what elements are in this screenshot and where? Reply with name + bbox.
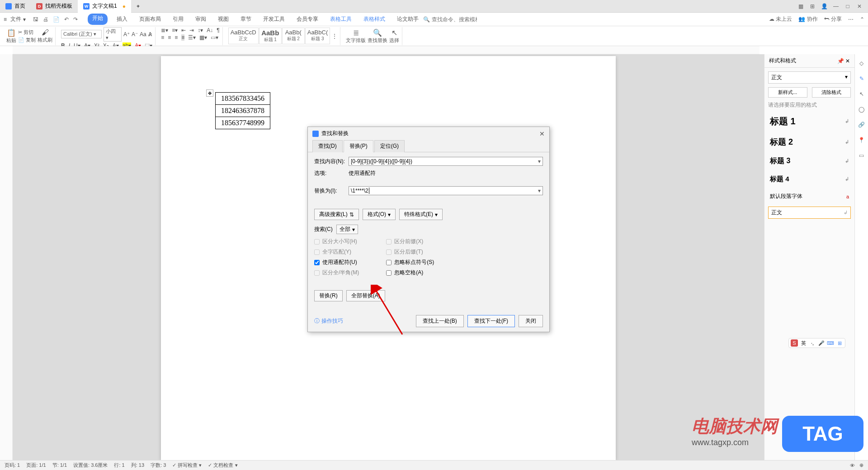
style-h2-entry[interactable]: 标题 2↲ bbox=[768, 134, 851, 150]
style-gallery[interactable]: AaBbCcD正文 AaBb标题 1 AaBb(标题 2 AaBbC(标题 3 bbox=[228, 28, 330, 44]
ime-grid-icon[interactable]: ⊞ bbox=[836, 339, 843, 347]
check-wildcard[interactable]: 使用通配符(U) bbox=[314, 258, 359, 266]
text-layout-button[interactable]: ≣文字排版 bbox=[346, 28, 366, 44]
pin-icon[interactable]: 📌 bbox=[837, 58, 844, 64]
expand-icon[interactable]: ⌃ bbox=[860, 16, 864, 23]
numbering-icon[interactable]: ≡▾ bbox=[172, 27, 178, 33]
menutab-tablestyle[interactable]: 表格样式 bbox=[361, 14, 388, 25]
status-wordcount[interactable]: 字数: 3 bbox=[151, 462, 166, 469]
tips-link[interactable]: ⓘ操作技巧 bbox=[314, 317, 343, 325]
find-replace-button[interactable]: 🔍查找替换 bbox=[368, 28, 387, 44]
ime-punct-icon[interactable]: ·, bbox=[809, 339, 816, 347]
format-painter-button[interactable]: 🖌格式刷 bbox=[38, 28, 52, 43]
style-h1[interactable]: AaBb标题 1 bbox=[259, 28, 282, 44]
menutab-tabletools[interactable]: 表格工具 bbox=[327, 14, 354, 25]
cut-button[interactable]: ✂ 剪切 bbox=[18, 29, 36, 36]
max-icon[interactable]: □ bbox=[844, 3, 851, 9]
clear-format-icon[interactable]: A̷ bbox=[148, 31, 152, 38]
bullets-icon[interactable]: ≣▾ bbox=[161, 27, 168, 33]
tab-home[interactable]: 首页 bbox=[0, 0, 31, 13]
indent-dec-icon[interactable]: ⇤ bbox=[181, 27, 186, 33]
style-h3-entry[interactable]: 标题 3↲ bbox=[768, 154, 851, 169]
check-ignore-punct[interactable]: 忽略标点符号(S) bbox=[386, 258, 434, 266]
ime-bar[interactable]: S 英 ·, 🎤 ⌨ ⊞ bbox=[788, 338, 845, 348]
shrink-font-icon[interactable]: A⁻ bbox=[132, 31, 138, 38]
tool-ai[interactable]: ◇ bbox=[857, 59, 866, 68]
style-default-font-entry[interactable]: 默认段落字体a bbox=[768, 190, 851, 203]
status-section[interactable]: 节: 1/1 bbox=[52, 462, 67, 469]
align-right-icon[interactable]: ≡ bbox=[175, 34, 178, 41]
dialog-tab-find[interactable]: 查找(D) bbox=[312, 140, 343, 152]
current-style-combo[interactable]: 正文▾ bbox=[768, 71, 851, 84]
ruler-horizontal[interactable] bbox=[13, 46, 760, 54]
status-line[interactable]: 行: 1 bbox=[114, 462, 124, 469]
hamburger-icon[interactable]: ≡ bbox=[4, 16, 7, 23]
find-next-button[interactable]: 查找下一处(F) bbox=[467, 315, 515, 327]
preview-icon[interactable]: 📄 bbox=[53, 16, 60, 23]
close-button[interactable]: 关闭 bbox=[519, 315, 543, 327]
tool-link[interactable]: 🔗 bbox=[857, 120, 866, 129]
grid-icon[interactable]: ▦ bbox=[797, 3, 804, 9]
status-page[interactable]: 页码: 1 bbox=[5, 462, 20, 469]
file-menu[interactable]: 文件▾ bbox=[10, 15, 26, 23]
line-spacing-icon[interactable]: ↕▾ bbox=[198, 27, 203, 33]
paste-button[interactable]: 📋粘贴 bbox=[6, 28, 16, 44]
save-icon[interactable]: 🖫 bbox=[33, 16, 38, 23]
chevron-down-icon[interactable]: ▾ bbox=[538, 158, 541, 164]
font-size-combo[interactable]: 小四 ▾ bbox=[104, 27, 122, 42]
advanced-search-button[interactable]: 高级搜索(L) ⇅ bbox=[314, 209, 359, 220]
coop-button[interactable]: 👥 协作 bbox=[798, 15, 817, 23]
menutab-layout[interactable]: 页面布局 bbox=[137, 14, 164, 25]
print-icon[interactable]: 🖨 bbox=[43, 16, 48, 23]
menutab-paper[interactable]: 论文助手 bbox=[394, 14, 421, 25]
menutab-dev[interactable]: 开发工具 bbox=[260, 14, 288, 25]
menutab-review[interactable]: 审阅 bbox=[193, 14, 209, 25]
panel-close-icon[interactable]: ✕ bbox=[845, 58, 850, 64]
undo-icon[interactable]: ↶ bbox=[64, 16, 69, 23]
change-case-icon[interactable]: Aa bbox=[140, 31, 146, 38]
min-icon[interactable]: — bbox=[833, 3, 839, 9]
sort-icon[interactable]: A↓ bbox=[207, 27, 213, 33]
cloud-status[interactable]: ☁ 未上云 bbox=[769, 15, 792, 23]
find-prev-button[interactable]: 查找上一处(B) bbox=[416, 315, 464, 327]
user-icon[interactable]: 👤 bbox=[821, 3, 827, 9]
tool-layout[interactable]: ▭ bbox=[857, 151, 866, 160]
font-name-combo[interactable]: Calibri (正文) ▾ bbox=[61, 30, 102, 38]
new-style-button[interactable]: 新样式... bbox=[768, 87, 807, 98]
dialog-tab-replace[interactable]: 替换(P) bbox=[344, 140, 373, 152]
menutab-ref[interactable]: 引用 bbox=[170, 14, 186, 25]
menutab-insert[interactable]: 插入 bbox=[114, 14, 130, 25]
close-icon[interactable]: ✕ bbox=[856, 3, 863, 9]
dialog-tab-goto[interactable]: 定位(G) bbox=[374, 140, 405, 152]
style-h2[interactable]: AaBb(标题 2 bbox=[282, 28, 305, 44]
replace-button[interactable]: 替换(R) bbox=[314, 290, 343, 301]
copy-button[interactable]: 📄 复制 bbox=[18, 37, 36, 43]
apps-icon[interactable]: ⊞ bbox=[809, 3, 816, 9]
style-h4-entry[interactable]: 标题 4↲ bbox=[768, 172, 851, 186]
grow-font-icon[interactable]: A⁺ bbox=[123, 31, 130, 38]
style-more-icon[interactable]: ⋮ bbox=[332, 33, 337, 39]
ime-lang[interactable]: 英 bbox=[800, 339, 807, 347]
distribute-icon[interactable]: ☰▾ bbox=[188, 34, 196, 41]
tab-document[interactable]: W文字文稿1● bbox=[78, 0, 131, 13]
menutab-chapter[interactable]: 章节 bbox=[238, 14, 254, 25]
style-h1-entry[interactable]: 标题 1↲ bbox=[768, 113, 851, 130]
menutab-start[interactable]: 开始 bbox=[88, 14, 108, 25]
fill-icon[interactable]: ▭▾ bbox=[211, 34, 218, 41]
indent-inc-icon[interactable]: ⇥ bbox=[189, 27, 194, 33]
zoom-value[interactable]: ⊕ bbox=[859, 462, 863, 468]
format-button[interactable]: 格式(O) ▾ bbox=[363, 209, 396, 220]
status-pos[interactable]: 设置值: 3.6厘米 bbox=[73, 462, 108, 469]
replace-all-button[interactable]: 全部替换(A) bbox=[346, 290, 385, 301]
menutab-vip[interactable]: 会员专享 bbox=[294, 14, 321, 25]
marks-icon[interactable]: ¶ bbox=[217, 27, 219, 33]
status-spellcheck[interactable]: ✓ 拼写检查 ▾ bbox=[172, 462, 202, 469]
ime-keyboard-icon[interactable]: ⌨ bbox=[827, 339, 834, 347]
tab-template[interactable]: D找稻壳模板 bbox=[31, 0, 78, 13]
tab-add[interactable]: + bbox=[131, 0, 145, 13]
style-h3[interactable]: AaBbC(标题 3 bbox=[305, 28, 330, 44]
tool-location[interactable]: 📍 bbox=[857, 136, 866, 145]
command-search-input[interactable] bbox=[432, 16, 477, 23]
select-button[interactable]: ↖选择 bbox=[389, 28, 399, 44]
document-table[interactable]: 183567833456 182463637878 185637748999 bbox=[215, 92, 270, 129]
